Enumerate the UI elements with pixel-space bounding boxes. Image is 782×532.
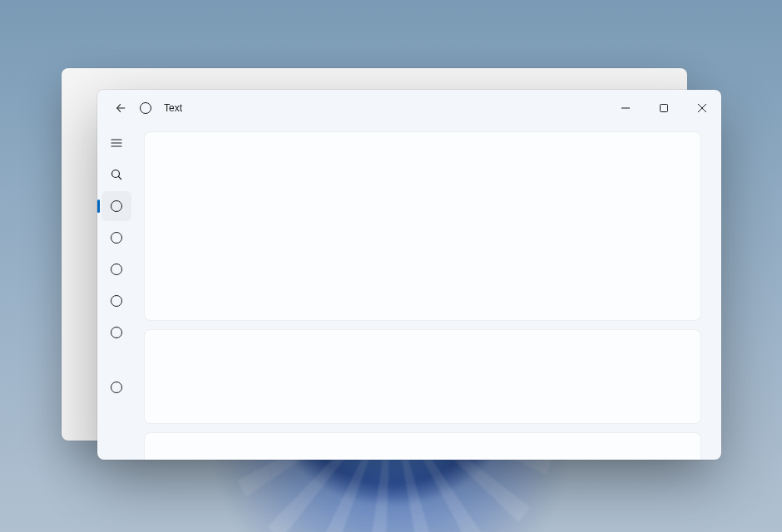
circle-icon [111, 200, 122, 212]
circle-icon [111, 232, 122, 244]
search-button[interactable] [101, 160, 131, 190]
content-card-3 [144, 432, 701, 460]
back-arrow-icon [115, 102, 126, 114]
svg-line-8 [118, 176, 121, 179]
content-card-2 [144, 329, 701, 424]
minimize-button[interactable] [606, 96, 645, 121]
nav-item-3[interactable] [101, 254, 131, 284]
maximize-button[interactable] [645, 96, 683, 121]
content-area [136, 126, 721, 460]
circle-icon [111, 264, 122, 275]
maximize-icon [660, 104, 668, 112]
content-card-1 [144, 131, 701, 321]
circle-icon [111, 295, 122, 307]
svg-rect-1 [661, 105, 668, 112]
circle-icon [111, 382, 122, 393]
nav-item-1[interactable] [101, 191, 131, 221]
window-title: Text [164, 102, 182, 114]
nav-item-6[interactable] [101, 372, 131, 402]
navigation-rail [97, 126, 136, 460]
hamburger-menu-button[interactable] [101, 128, 131, 158]
nav-item-4[interactable] [101, 286, 131, 316]
close-icon [698, 104, 706, 112]
nav-item-5[interactable] [101, 318, 131, 347]
app-icon [137, 100, 154, 116]
minimize-icon [621, 104, 630, 112]
circle-icon [111, 327, 122, 338]
search-icon [110, 168, 123, 181]
hamburger-icon [110, 136, 123, 150]
nav-item-2[interactable] [101, 223, 131, 253]
circle-icon [140, 102, 151, 114]
close-button[interactable] [683, 96, 721, 121]
foreground-window: Text [97, 90, 721, 460]
titlebar: Text [97, 90, 721, 126]
back-button[interactable] [107, 95, 134, 121]
